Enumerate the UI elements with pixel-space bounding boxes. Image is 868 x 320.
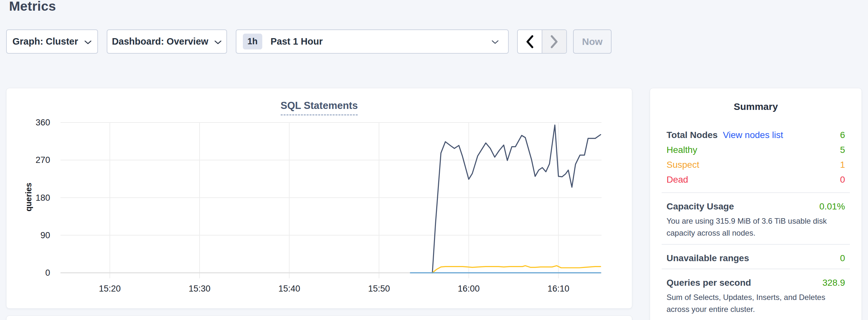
suspect-value: 1	[840, 160, 845, 170]
graph-dropdown-label: Graph: Cluster	[12, 36, 78, 47]
now-button-label: Now	[582, 36, 602, 47]
queries-per-second-section: Queries per second 328.9 Sum of Selects,…	[662, 278, 850, 315]
svg-text:15:40: 15:40	[278, 284, 301, 293]
sql-statements-chart[interactable]: 15:2015:3015:4015:5016:0016:100901802703…	[6, 88, 632, 309]
capacity-usage-description: You are using 315.9 MiB of 3.6 TiB usabl…	[666, 215, 845, 239]
chevron-down-icon	[214, 36, 222, 47]
page-title: Metrics	[9, 0, 56, 14]
dead-nodes-row: Dead 0	[666, 172, 845, 187]
unavailable-ranges-section: Unavailable ranges 0	[662, 253, 850, 263]
previous-time-button[interactable]	[518, 30, 542, 53]
suspect-label: Suspect	[666, 160, 699, 170]
divider	[662, 192, 850, 193]
total-nodes-value: 6	[840, 130, 845, 140]
next-chart-card	[6, 316, 632, 320]
dashboard-dropdown[interactable]: Dashboard: Overview	[107, 29, 227, 54]
next-time-button[interactable]	[542, 30, 566, 53]
chevron-down-icon	[84, 36, 92, 47]
time-step-buttons	[517, 29, 567, 54]
nodes-summary: Total Nodes View nodes list 6 Healthy 5 …	[662, 128, 850, 187]
chart-y-axis-label: queries	[24, 171, 33, 223]
queries-per-second-description: Sum of Selects, Updates, Inserts, and De…	[666, 291, 845, 315]
svg-text:15:20: 15:20	[99, 284, 121, 293]
svg-text:0: 0	[45, 268, 50, 278]
queries-per-second-value: 328.9	[823, 278, 845, 288]
capacity-usage-value: 0.01%	[819, 201, 845, 212]
time-range-select[interactable]: 1h Past 1 Hour	[236, 29, 509, 54]
divider	[662, 268, 850, 269]
chevron-down-icon	[491, 36, 499, 46]
summary-panel: Summary Total Nodes View nodes list 6 He…	[650, 88, 862, 320]
capacity-usage-label: Capacity Usage	[666, 201, 734, 212]
unavailable-ranges-label: Unavailable ranges	[666, 253, 749, 263]
metrics-page: { "page": { "title": "Metrics" }, "contr…	[0, 0, 868, 320]
total-nodes-row: Total Nodes View nodes list 6	[666, 128, 845, 142]
capacity-usage-section: Capacity Usage 0.01% You are using 315.9…	[662, 201, 850, 239]
queries-per-second-label: Queries per second	[666, 278, 751, 288]
svg-text:15:30: 15:30	[189, 284, 211, 293]
dead-label: Dead	[666, 174, 688, 185]
svg-text:15:50: 15:50	[368, 284, 390, 293]
healthy-value: 5	[840, 145, 845, 155]
svg-text:270: 270	[36, 155, 50, 165]
suspect-nodes-row: Suspect 1	[666, 157, 845, 172]
svg-text:180: 180	[36, 193, 50, 203]
graph-dropdown[interactable]: Graph: Cluster	[6, 29, 98, 54]
now-button[interactable]: Now	[573, 29, 612, 54]
svg-text:90: 90	[40, 230, 50, 240]
healthy-nodes-row: Healthy 5	[666, 142, 845, 157]
unavailable-ranges-value: 0	[840, 253, 845, 263]
svg-text:360: 360	[36, 118, 50, 127]
healthy-label: Healthy	[666, 145, 697, 155]
svg-text:16:00: 16:00	[458, 284, 480, 293]
svg-text:16:10: 16:10	[548, 284, 569, 293]
divider	[662, 244, 850, 245]
dead-value: 0	[840, 174, 845, 185]
summary-title: Summary	[662, 101, 850, 112]
time-range-label: Past 1 Hour	[271, 36, 323, 47]
controls-bar: Graph: Cluster Dashboard: Overview 1h Pa…	[6, 29, 612, 54]
chevron-left-icon	[526, 35, 534, 49]
view-nodes-list-link[interactable]: View nodes list	[723, 130, 783, 140]
sql-statements-chart-card: 15:2015:3015:4015:5016:0016:100901802703…	[6, 88, 632, 309]
dashboard-dropdown-label: Dashboard: Overview	[112, 36, 208, 47]
time-range-badge: 1h	[243, 34, 262, 50]
total-nodes-label: Total Nodes	[666, 130, 718, 140]
chevron-right-icon	[550, 35, 559, 49]
